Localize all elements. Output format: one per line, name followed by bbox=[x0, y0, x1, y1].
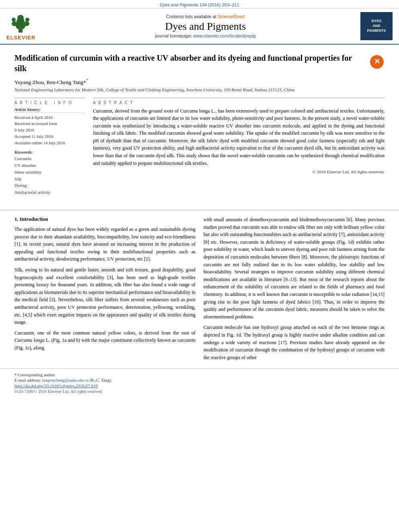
email-footnote: E-mail address: tangrencheng@suda.edu.cn… bbox=[14, 378, 385, 382]
introduction-column: 1. Introduction The application of natur… bbox=[14, 216, 195, 364]
article-info-section-label: A R T I C L E I N F O bbox=[14, 101, 85, 105]
elsevier-tree-icon bbox=[6, 12, 35, 34]
abstract-column: A B S T R A C T Curcumin, derived from t… bbox=[93, 98, 385, 197]
elsevier-name: ELSEVIER bbox=[6, 35, 35, 41]
corresponding-author-note: * Corresponding author. bbox=[14, 373, 385, 377]
email-link[interactable]: tangrencheng@suda.edu.cn bbox=[42, 378, 88, 382]
revised-label: Received in revised form bbox=[14, 121, 85, 127]
received-date: Received 4 April 2016 bbox=[14, 115, 85, 121]
doi-link[interactable]: http://dx.doi.org/10.1016/j.dyepig.2016.… bbox=[14, 383, 385, 388]
keyword-water-solubility: Water solubility bbox=[14, 169, 85, 176]
journal-title: Dyes and Pigments bbox=[51, 21, 360, 33]
intro-para-1: The application of natural dyes has been… bbox=[14, 226, 195, 263]
svg-point-7 bbox=[25, 18, 29, 22]
copyright-footer: 0143-7208/© 2016 Elsevier Ltd. All right… bbox=[14, 389, 385, 394]
svg-point-4 bbox=[12, 21, 17, 26]
keyword-dyeing: Dyeing bbox=[14, 183, 85, 189]
crossmark-logo: ✕ bbox=[369, 54, 385, 70]
article-title: Modification of curcumin with a reactive… bbox=[14, 53, 363, 74]
homepage-line: journal homepage: www.elsevier.com/locat… bbox=[51, 33, 360, 38]
keyword-curcumin: Curcumin bbox=[14, 156, 85, 162]
intro-para-2: Silk, owing to its natural and gentle lu… bbox=[14, 266, 195, 326]
footer-area: * Corresponding author. E-mail address: … bbox=[0, 368, 399, 397]
article-history-label: Article history: bbox=[14, 107, 85, 113]
svg-point-6 bbox=[12, 18, 16, 22]
dyes-pigments-logo: DYESANDPIGMENTS bbox=[360, 12, 393, 40]
article-title-row: Modification of curcumin with a reactive… bbox=[14, 53, 385, 74]
right-para-1: with small amounts of demethoxycurcumin … bbox=[204, 216, 385, 320]
abstract-copyright: © 2016 Elsevier Ltd. All rights reserved… bbox=[93, 169, 385, 174]
body-right-column: with small amounts of demethoxycurcumin … bbox=[204, 216, 385, 364]
homepage-url[interactable]: www.elsevier.com/locate/dyepig bbox=[193, 33, 255, 38]
accepted-date: Accepted 11 July 2016 bbox=[14, 134, 85, 140]
svg-point-3 bbox=[17, 15, 24, 21]
affiliation: National Engineering Laboratory for Mode… bbox=[14, 87, 385, 92]
section-divider bbox=[0, 210, 399, 210]
intro-para-3: Curcumin, one of the most common natural… bbox=[14, 329, 195, 352]
sciencedirect-link[interactable]: ScienceDirect bbox=[218, 14, 245, 19]
journal-center: Contents lists available at ScienceDirec… bbox=[51, 14, 360, 38]
article-info-column: A R T I C L E I N F O Article history: R… bbox=[14, 98, 85, 197]
revised-date: 9 July 2016 bbox=[14, 127, 85, 134]
journal-header: ELSEVIER Contents lists available at Sci… bbox=[0, 8, 399, 45]
authors: Yuyang Zhou, Ren-Cheng Tang** bbox=[14, 78, 385, 86]
svg-point-5 bbox=[24, 21, 29, 26]
intro-heading: 1. Introduction bbox=[14, 216, 195, 222]
abstract-text: Curcumin, derived from the ground roots … bbox=[93, 107, 385, 167]
journal-ref-text: Dyes and Pigments 134 (2016) 203–211 bbox=[160, 2, 239, 7]
article-meta-section: A R T I C L E I N F O Article history: R… bbox=[14, 98, 385, 197]
keyword-antibacterial: Antibacterial activity bbox=[14, 189, 85, 196]
right-para-2: Curcumin molecule has one hydroxyl group… bbox=[204, 324, 385, 361]
elsevier-logo: ELSEVIER bbox=[6, 12, 51, 41]
keyword-silk: Silk bbox=[14, 176, 85, 183]
abstract-section-label: A B S T R A C T bbox=[93, 101, 385, 105]
journal-reference-bar: Dyes and Pigments 134 (2016) 203–211 bbox=[0, 0, 399, 8]
available-online-date: Available online 14 July 2016 bbox=[14, 140, 85, 146]
sciencedirect-line: Contents lists available at ScienceDirec… bbox=[51, 14, 360, 19]
svg-text:✕: ✕ bbox=[374, 58, 380, 66]
keyword-uv-absorber: UV absorber bbox=[14, 162, 85, 169]
body-content: 1. Introduction The application of natur… bbox=[0, 216, 399, 364]
keywords-label: Keywords: bbox=[14, 150, 85, 154]
abstract-body: Curcumin, derived from the ground roots … bbox=[93, 108, 385, 166]
article-content: Modification of curcumin with a reactive… bbox=[0, 45, 399, 203]
